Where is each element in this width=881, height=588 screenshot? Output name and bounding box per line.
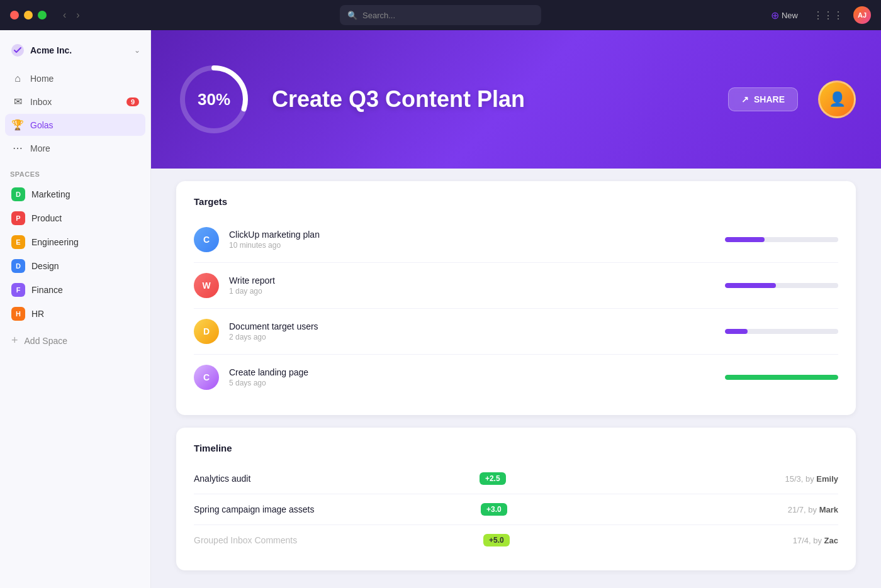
- progress-circle: 30%: [176, 62, 252, 137]
- user-avatar[interactable]: AJ: [853, 6, 871, 24]
- timeline-right-3: 17/4, by Zac: [793, 536, 838, 545]
- user-initials: AJ: [858, 11, 867, 19]
- inbox-icon: ✉: [11, 96, 24, 108]
- timeline-badge-2: +3.0: [481, 503, 507, 516]
- target-progress-4: [725, 375, 838, 380]
- sidebar-item-home-label: Home: [30, 74, 139, 84]
- search-icon: 🔍: [347, 11, 357, 20]
- engineering-label: Engineering: [31, 237, 79, 247]
- timeline-item-3: Grouped Inbox Comments +5.0 17/4, by Zac: [194, 525, 838, 555]
- finance-label: Finance: [31, 285, 63, 295]
- target-progress-3: [725, 329, 838, 334]
- sidebar-item-hr[interactable]: H HR: [5, 302, 145, 325]
- target-item-2: W Write report 1 day ago: [194, 263, 838, 309]
- target-item-1: C ClickUp marketing plan 10 minutes ago: [194, 217, 838, 263]
- timeline-badge-3: +5.0: [483, 534, 510, 546]
- spaces-nav: D Marketing P Product E Engineering D De…: [0, 183, 150, 326]
- target-name-2: Write report: [229, 275, 715, 286]
- add-space-plus-icon: +: [11, 334, 18, 347]
- target-progress-fill-3: [725, 329, 748, 334]
- target-item-4: C Create landing page 5 days ago: [194, 355, 838, 400]
- timeline-title: Timeline: [194, 443, 838, 453]
- sidebar-item-product[interactable]: P Product: [5, 207, 145, 230]
- timeline-right-1: 15/3, by Emily: [785, 474, 838, 484]
- target-info-3: Document target users 2 days ago: [229, 321, 715, 341]
- sidebar-item-finance[interactable]: F Finance: [5, 279, 145, 301]
- target-avatar-3: D: [194, 319, 219, 344]
- target-name-4: Create landing page: [229, 367, 715, 377]
- content-area: 30% Create Q3 Content Plan ↗ SHARE 👤 Tar…: [151, 30, 881, 588]
- workspace-logo-icon: [10, 43, 25, 58]
- target-progress-2: [725, 283, 838, 288]
- target-name-1: ClickUp marketing plan: [229, 230, 715, 240]
- finance-space-icon: F: [11, 283, 25, 297]
- workspace-header[interactable]: Acme Inc. ⌄: [0, 38, 150, 68]
- target-progress-fill-1: [725, 237, 765, 242]
- inbox-badge: 9: [126, 97, 139, 106]
- titlebar: ‹ › 🔍 Search... AI ⊕ New ⋮⋮⋮ AJ: [0, 0, 881, 30]
- sidebar-item-goals-label: Golas: [30, 120, 139, 130]
- hero-avatar: 👤: [818, 80, 856, 118]
- traffic-light-red[interactable]: [10, 11, 19, 19]
- sidebar-item-design[interactable]: D Design: [5, 255, 145, 277]
- target-avatar-2: W: [194, 273, 219, 298]
- titlebar-right: ⊕ New ⋮⋮⋮ AJ: [766, 6, 871, 24]
- new-button[interactable]: ⊕ New: [766, 7, 803, 24]
- target-time-1: 10 minutes ago: [229, 241, 715, 250]
- sidebar-item-more[interactable]: ⋯ More: [5, 137, 145, 159]
- timeline-item-1: Analytics audit +2.5 15/3, by Emily: [194, 463, 838, 494]
- targets-title: Targets: [194, 196, 838, 207]
- sidebar-item-inbox-label: Inbox: [30, 97, 120, 107]
- marketing-label: Marketing: [31, 189, 70, 199]
- forward-arrow[interactable]: ›: [72, 8, 83, 22]
- nav-arrows: ‹ ›: [59, 8, 84, 22]
- search-bar[interactable]: 🔍 Search...: [340, 5, 541, 25]
- add-space-button[interactable]: + Add Space: [5, 329, 145, 352]
- product-space-icon: P: [11, 211, 25, 225]
- target-time-3: 2 days ago: [229, 333, 715, 341]
- share-icon: ↗: [741, 94, 749, 104]
- target-avatar-4: C: [194, 365, 219, 390]
- timeline-name-3: Grouped Inbox Comments: [194, 535, 477, 545]
- hr-space-icon: H: [11, 307, 25, 321]
- target-progress-fill-2: [725, 283, 776, 288]
- more-icon: ⋯: [11, 142, 24, 154]
- sidebar-item-home[interactable]: ⌂ Home: [5, 68, 145, 89]
- workspace-chevron-icon: ⌄: [134, 46, 140, 55]
- target-avatar-1: C: [194, 227, 219, 252]
- design-space-icon: D: [11, 259, 25, 273]
- sidebar-item-inbox[interactable]: ✉ Inbox 9: [5, 91, 145, 113]
- traffic-light-green[interactable]: [38, 11, 47, 19]
- main-layout: Acme Inc. ⌄ ⌂ Home ✉ Inbox 9 🏆 Golas ⋯ M…: [0, 30, 881, 588]
- sidebar-item-engineering[interactable]: E Engineering: [5, 231, 145, 253]
- grid-icon[interactable]: ⋮⋮⋮: [813, 9, 843, 21]
- new-plus-icon: ⊕: [771, 9, 779, 21]
- traffic-light-yellow[interactable]: [24, 11, 33, 19]
- new-label: New: [782, 11, 798, 20]
- target-item-3: D Document target users 2 days ago: [194, 309, 838, 355]
- targets-card: Targets C ClickUp marketing plan 10 minu…: [176, 181, 856, 415]
- back-arrow[interactable]: ‹: [59, 8, 70, 22]
- target-time-4: 5 days ago: [229, 379, 715, 387]
- timeline-card: Timeline Analytics audit +2.5 15/3, by E…: [176, 428, 856, 570]
- sidebar-item-more-label: More: [30, 143, 139, 153]
- spaces-header: Spaces: [0, 160, 150, 183]
- marketing-space-icon: D: [11, 187, 25, 201]
- sidebar-item-marketing[interactable]: D Marketing: [5, 183, 145, 206]
- target-info-1: ClickUp marketing plan 10 minutes ago: [229, 230, 715, 250]
- timeline-item-2: Spring campaign image assets +3.0 21/7, …: [194, 494, 838, 525]
- target-name-3: Document target users: [229, 321, 715, 331]
- hr-label: HR: [31, 309, 44, 319]
- target-info-4: Create landing page 5 days ago: [229, 367, 715, 387]
- timeline-right-2: 21/7, by Mark: [788, 505, 838, 514]
- target-progress-1: [725, 237, 838, 242]
- sidebar-item-goals[interactable]: 🏆 Golas: [5, 114, 145, 136]
- timeline-name-1: Analytics audit: [194, 474, 473, 484]
- product-label: Product: [31, 213, 62, 223]
- goals-icon: 🏆: [11, 119, 24, 131]
- add-space-label: Add Space: [25, 336, 68, 346]
- engineering-space-icon: E: [11, 235, 25, 249]
- target-progress-fill-4: [725, 375, 838, 380]
- share-button[interactable]: ↗ SHARE: [728, 87, 798, 111]
- target-time-2: 1 day ago: [229, 287, 715, 296]
